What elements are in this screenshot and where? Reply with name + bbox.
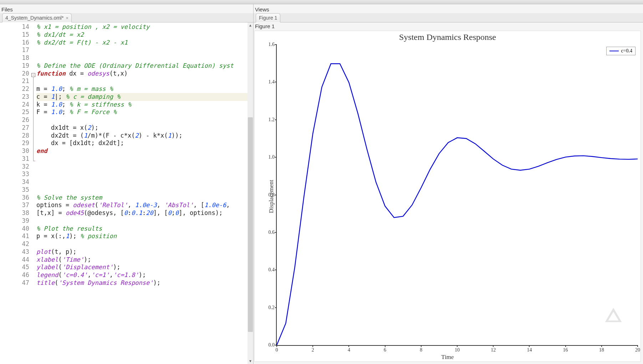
y-tick-label: 0.6	[269, 230, 275, 235]
code-content[interactable]: % x1 = position , x2 = velocity% dx1/dt …	[36, 22, 247, 364]
y-tick-label: 0.4	[269, 267, 275, 273]
code-editor[interactable]: 1415161718192021222324252627282930313233…	[0, 22, 253, 364]
line-gutter: 1415161718192021222324252627282930313233…	[0, 22, 31, 364]
fold-column: −	[31, 22, 36, 364]
close-icon[interactable]: ×	[66, 15, 68, 21]
figure-tab-bar: Figure 1	[254, 13, 643, 22]
fold-guide-end	[33, 161, 35, 161]
views-header: Views	[254, 4, 643, 13]
legend: c=0.4	[606, 47, 636, 55]
x-tick-label: 16	[563, 347, 568, 353]
x-tick-label: 0	[276, 347, 278, 353]
x-tick-label: 10	[455, 347, 460, 353]
fold-guide	[33, 77, 34, 161]
figure-tab-label: Figure 1	[259, 15, 277, 21]
y-tick-label: 1.4	[269, 79, 275, 85]
editor-tab-bar: 4_System_Dynamics.oml* ×	[0, 13, 253, 22]
scroll-track[interactable]	[247, 28, 253, 358]
figure-sublabel: Figure 1	[254, 22, 643, 30]
y-tick-label: 1.6	[269, 42, 275, 47]
y-tick-label: 1.2	[269, 117, 275, 123]
y-tick-label: 0.0	[269, 342, 275, 348]
plot-svg	[277, 45, 638, 345]
x-tick-label: 6	[384, 347, 386, 353]
x-tick-label: 20	[635, 347, 640, 353]
editor-tab[interactable]: 4_System_Dynamics.oml* ×	[2, 13, 72, 22]
y-tick-label: 0.2	[269, 305, 275, 311]
plot-region: c=0.4 0.00.20.40.60.81.01.21.41.60246810…	[276, 45, 638, 346]
x-tick-label: 14	[527, 347, 532, 353]
y-tick-label: 1.0	[269, 154, 275, 160]
scroll-thumb[interactable]	[248, 117, 253, 332]
editor-tab-label: 4_System_Dynamics.oml*	[5, 15, 63, 21]
x-tick-label: 4	[348, 347, 350, 353]
toolbar-strip	[0, 0, 643, 4]
legend-label: c=0.4	[621, 48, 632, 54]
figure-tab[interactable]: Figure 1	[256, 13, 280, 22]
scroll-up-icon[interactable]: ▲	[247, 22, 253, 28]
scroll-down-icon[interactable]: ▼	[247, 358, 253, 364]
x-tick-label: 2	[312, 347, 314, 353]
x-tick-label: 12	[491, 347, 496, 353]
chart-area: System Dynamics Response Displacement Ti…	[254, 31, 641, 362]
main-split: Files 4_System_Dynamics.oml* × 141516171…	[0, 4, 643, 364]
files-panel: Files 4_System_Dynamics.oml* × 141516171…	[0, 4, 254, 364]
fold-toggle-icon[interactable]: −	[31, 73, 35, 77]
legend-swatch	[609, 51, 619, 51]
y-tick-label: 0.8	[269, 192, 275, 198]
x-axis-label: Time	[255, 354, 641, 361]
views-panel: Views Figure 1 Figure 1 System Dynamics …	[254, 4, 643, 364]
chart-title: System Dynamics Response	[255, 32, 641, 42]
x-tick-label: 8	[420, 347, 422, 353]
vertical-scrollbar[interactable]: ▲ ▼	[247, 22, 253, 364]
x-tick-label: 18	[599, 347, 604, 353]
files-header: Files	[0, 4, 253, 13]
watermark-icon	[603, 307, 623, 325]
